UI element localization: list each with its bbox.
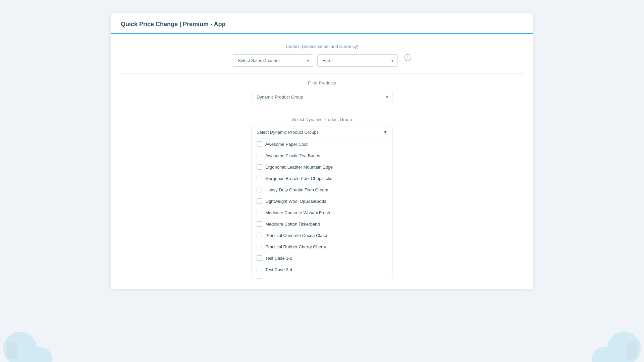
list-item[interactable]: Mediocre Cotton Tickerband — [252, 218, 392, 230]
checkbox-icon — [257, 244, 262, 249]
context-selects-row: Select Sales Channel ▼ Euro ▼ i — [121, 54, 523, 67]
card-body: Context (Saleschannel and Currency) Sele… — [111, 34, 533, 289]
list-item[interactable]: Gorgeous Bronze Pork Chopsticks — [252, 173, 392, 184]
checkbox-icon — [257, 153, 262, 158]
currency-wrapper: Euro ▼ — [317, 54, 398, 67]
sales-channel-select[interactable]: Select Sales Channel — [233, 54, 313, 67]
list-item-label: Ergonomic Leather Mountain Edge — [265, 165, 333, 170]
checkbox-icon — [257, 164, 262, 170]
list-item[interactable]: Mediocre Concrete Wasabi Fresh — [252, 207, 392, 218]
list-item-label: Heavy Duty Granite Teen Cream — [265, 187, 328, 192]
list-item-label: Verkaufskanal Testcase — [265, 279, 311, 279]
list-item[interactable]: Practical Rubber Cherry Cherry — [252, 241, 392, 252]
list-item-label: Mediocre Cotton Tickerband — [265, 222, 320, 227]
divider-2 — [121, 110, 523, 110]
filter-type-wrapper: Dynamic Product Group ▼ — [121, 91, 523, 103]
checkbox-icon — [257, 198, 262, 204]
app-title: Quick Price Change | Premium - App — [121, 21, 225, 27]
multiselect-placeholder: Select Dynamic Product Groups — [257, 130, 319, 135]
select-dynamic-label: Select Dynamic Product Group — [121, 117, 523, 122]
checkbox-icon — [257, 278, 262, 279]
filter-type-select[interactable]: Dynamic Product Group — [252, 91, 392, 103]
list-item-label: Lightweight Wool UpScaleSoda — [265, 199, 326, 204]
filter-type-select-wrapper: Dynamic Product Group ▼ — [252, 91, 392, 103]
checkbox-icon — [257, 255, 262, 261]
list-item[interactable]: Test Case 3-4 — [252, 264, 392, 275]
list-item-label: Test Case 3-4 — [265, 267, 292, 272]
checkbox-icon — [257, 267, 262, 272]
list-item-label: Practical Rubber Cherry Cherry — [265, 244, 326, 249]
list-item-label: Gorgeous Bronze Pork Chopsticks — [265, 176, 332, 181]
checkbox-icon — [257, 221, 262, 227]
multiselect-trigger[interactable]: Select Dynamic Product Groups ▼ — [252, 126, 392, 138]
checkbox-icon — [257, 141, 262, 147]
multiselect-chevron-icon: ▼ — [383, 130, 387, 135]
filter-section-label: Filter Products — [121, 80, 523, 85]
svg-rect-2 — [7, 342, 17, 359]
multiselect-container: Select Dynamic Product Groups ▼ Awesome … — [252, 126, 392, 279]
context-section-label: Context (Saleschannel and Currency) — [121, 44, 523, 49]
main-card: Quick Price Change | Premium - App Conte… — [111, 13, 533, 289]
divider-1 — [121, 73, 523, 74]
list-item[interactable]: Heavy Duty Granite Teen Cream — [252, 184, 392, 195]
bg-decoration-left — [0, 295, 67, 362]
card-header: Quick Price Change | Premium - App — [111, 13, 533, 34]
list-item-label: Awesome Plastic Tea Bones — [265, 153, 320, 158]
list-item[interactable]: Awesome Paper Coat — [252, 138, 392, 150]
checkbox-icon — [257, 176, 262, 181]
checkbox-icon — [257, 210, 262, 215]
list-item[interactable]: Awesome Plastic Tea Bones — [252, 150, 392, 161]
list-item-label: Practical Concrete Cocoa Clasp — [265, 233, 327, 238]
list-item[interactable]: Practical Concrete Cocoa Clasp — [252, 230, 392, 241]
info-icon[interactable]: i — [405, 54, 411, 61]
list-item-label: Test Case 1-2 — [265, 256, 292, 261]
multiselect-dropdown: Awesome Paper CoatAwesome Plastic Tea Bo… — [252, 138, 392, 279]
currency-select[interactable]: Euro — [317, 54, 398, 67]
checkbox-icon — [257, 187, 262, 192]
list-item[interactable]: Verkaufskanal Testcase — [252, 275, 392, 279]
bg-decoration-right — [577, 295, 644, 362]
list-item-label: Awesome Paper Coat — [265, 142, 308, 147]
list-item-label: Mediocre Concrete Wasabi Fresh — [265, 210, 330, 215]
filter-section: Filter Products Dynamic Product Group ▼ … — [121, 80, 523, 279]
checkbox-icon — [257, 233, 262, 238]
list-item[interactable]: Test Case 1-2 — [252, 252, 392, 264]
svg-rect-5 — [627, 342, 637, 359]
list-item[interactable]: Ergonomic Leather Mountain Edge — [252, 161, 392, 173]
sales-channel-wrapper: Select Sales Channel ▼ — [233, 54, 313, 67]
list-item[interactable]: Lightweight Wool UpScaleSoda — [252, 195, 392, 207]
